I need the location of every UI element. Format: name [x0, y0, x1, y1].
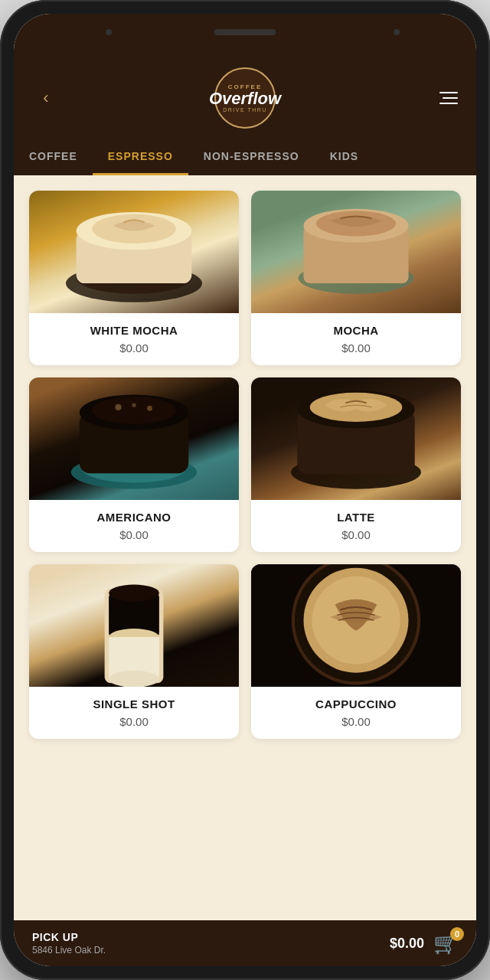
tab-espresso[interactable]: ESPRESSO [93, 139, 188, 175]
hamburger-line-3 [439, 103, 458, 104]
phone-inner: ‹ COFFEE Overflow DRIVE THRU COFFEEESPRE… [14, 14, 476, 966]
menu-card-price-white-mocha: $0.00 [38, 341, 230, 354]
pickup-address: 5846 Live Oak Dr. [32, 945, 106, 956]
menu-card-single-shot[interactable]: SINGLE SHOT$0.00 [29, 564, 239, 739]
menu-card-price-americano: $0.00 [38, 528, 230, 541]
menu-card-mocha[interactable]: MOCHA$0.00 [251, 191, 461, 365]
logo-sub-text: DRIVE THRU [223, 107, 267, 113]
hamburger-line-1 [439, 92, 458, 93]
logo: COFFEE Overflow DRIVE THRU [214, 67, 276, 129]
logo-circle: COFFEE Overflow DRIVE THRU [214, 67, 276, 129]
menu-card-name-mocha: MOCHA [260, 324, 452, 337]
menu-content: WHITE MOCHA$0.00 MOCHA$0.00 AM [14, 175, 476, 920]
back-button[interactable]: ‹ [32, 84, 60, 112]
menu-card-americano[interactable]: AMERICANO$0.00 [29, 377, 239, 552]
pickup-label: PICK UP [32, 931, 106, 943]
cart-badge: 0 [450, 927, 464, 941]
pickup-info: PICK UP 5846 Live Oak Dr. [32, 931, 106, 956]
hamburger-menu-button[interactable] [430, 92, 458, 104]
menu-card-price-single-shot: $0.00 [38, 715, 230, 728]
notch-speaker [214, 29, 276, 35]
menu-card-image-americano [29, 377, 239, 500]
menu-card-image-white-mocha [29, 191, 239, 313]
svg-point-16 [147, 406, 152, 411]
menu-card-info-americano: AMERICANO$0.00 [29, 500, 239, 552]
svg-point-23 [109, 585, 159, 602]
menu-grid: WHITE MOCHA$0.00 MOCHA$0.00 AM [29, 191, 461, 739]
tab-kids[interactable]: KIDS [315, 139, 374, 175]
tab-non-espresso[interactable]: NON-ESPRESSO [188, 139, 315, 175]
hamburger-line-2 [443, 97, 458, 99]
menu-card-price-cappuccino: $0.00 [260, 715, 452, 728]
svg-point-13 [92, 397, 176, 424]
svg-point-14 [115, 404, 121, 410]
menu-card-name-white-mocha: WHITE MOCHA [38, 324, 230, 337]
cart-section: $0.00 🛒 0 [390, 932, 458, 956]
tab-coffee[interactable]: COFFEE [14, 139, 93, 175]
menu-card-name-latte: LATTE [260, 511, 452, 524]
menu-card-info-mocha: MOCHA$0.00 [251, 313, 461, 365]
menu-card-image-single-shot [29, 564, 239, 687]
front-camera-right [394, 29, 400, 35]
menu-card-price-mocha: $0.00 [260, 341, 452, 354]
menu-card-info-latte: LATTE$0.00 [251, 500, 461, 552]
menu-card-name-cappuccino: CAPPUCCINO [260, 697, 452, 710]
category-tabs: COFFEEESPRESSONON-ESPRESSOKIDS [14, 139, 476, 175]
cart-total: $0.00 [390, 936, 424, 952]
header: ‹ COFFEE Overflow DRIVE THRU [14, 60, 476, 139]
front-camera-left [106, 29, 112, 35]
cart-button[interactable]: 🛒 0 [433, 932, 458, 956]
bottom-bar: PICK UP 5846 Live Oak Dr. $0.00 🛒 0 [14, 920, 476, 966]
svg-point-26 [109, 671, 159, 687]
menu-card-info-white-mocha: WHITE MOCHA$0.00 [29, 313, 239, 365]
menu-card-image-mocha [251, 191, 461, 313]
menu-card-image-latte [251, 377, 461, 500]
menu-card-info-single-shot: SINGLE SHOT$0.00 [29, 687, 239, 739]
menu-card-white-mocha[interactable]: WHITE MOCHA$0.00 [29, 191, 239, 365]
menu-card-info-cappuccino: CAPPUCCINO$0.00 [251, 687, 461, 739]
menu-card-latte[interactable]: LATTE$0.00 [251, 377, 461, 552]
menu-card-price-latte: $0.00 [260, 528, 452, 541]
menu-card-name-single-shot: SINGLE SHOT [38, 697, 230, 710]
menu-card-cappuccino[interactable]: CAPPUCCINO$0.00 [251, 564, 461, 739]
menu-card-name-americano: AMERICANO [38, 511, 230, 524]
logo-main-text: Overflow [209, 90, 281, 107]
phone-frame: ‹ COFFEE Overflow DRIVE THRU COFFEEESPRE… [0, 0, 490, 980]
status-bar [14, 14, 476, 60]
svg-point-15 [132, 403, 136, 407]
menu-card-image-cappuccino [251, 564, 461, 687]
